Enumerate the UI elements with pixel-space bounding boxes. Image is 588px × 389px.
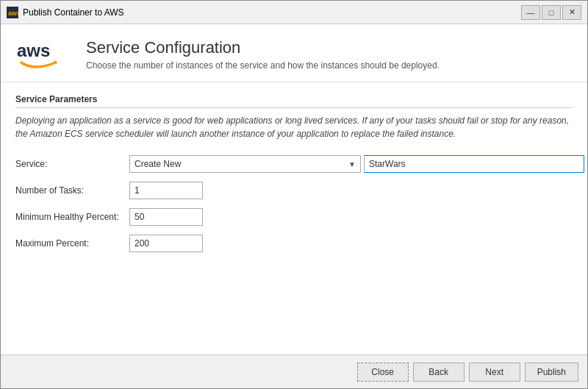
tasks-label: Number of Tasks: (15, 185, 129, 196)
service-name-input[interactable] (364, 155, 584, 173)
tasks-row: Number of Tasks: (15, 182, 584, 199)
dropdown-arrow-icon: ▼ (348, 160, 356, 168)
form-grid: Service: Create New ▼ Number of Tasks: M… (15, 155, 573, 252)
page-title: Service Configuration (86, 38, 573, 57)
service-dropdown-value: Create New (135, 159, 181, 169)
maximize-button[interactable]: □ (542, 5, 561, 20)
main-window: aws Publish Container to AWS — □ ✕ aws S… (0, 0, 588, 389)
footer: Close Back Next Publish (1, 354, 587, 388)
service-label: Service: (15, 159, 129, 169)
service-controls: Create New ▼ (129, 155, 584, 173)
max-percent-label: Maximum Percent: (15, 238, 129, 249)
section-description: Deploying an application as a service is… (15, 114, 573, 140)
svg-text:aws: aws (17, 40, 50, 60)
title-bar: aws Publish Container to AWS — □ ✕ (1, 1, 587, 24)
header-text-block: Service Configuration Choose the number … (86, 38, 573, 71)
publish-button[interactable]: Publish (525, 363, 578, 382)
min-healthy-input[interactable] (129, 208, 203, 226)
service-row: Service: Create New ▼ (15, 155, 584, 173)
service-dropdown[interactable]: Create New ▼ (129, 155, 361, 173)
window-controls: — □ ✕ (521, 5, 581, 20)
next-button[interactable]: Next (469, 363, 520, 382)
minimize-button[interactable]: — (521, 5, 540, 20)
window-icon: aws (7, 7, 18, 18)
close-window-button[interactable]: ✕ (562, 5, 581, 20)
close-button[interactable]: Close (357, 363, 409, 382)
page-subtitle: Choose the number of instances of the se… (86, 60, 573, 71)
content-area: Service Parameters Deploying an applicat… (1, 82, 587, 354)
tasks-input[interactable] (129, 182, 203, 199)
min-healthy-row: Minimum Healthy Percent: (15, 208, 584, 226)
max-percent-row: Maximum Percent: (15, 235, 584, 252)
max-percent-input[interactable] (129, 235, 203, 252)
section-title: Service Parameters (15, 94, 573, 108)
header-section: aws Service Configuration Choose the num… (1, 24, 587, 82)
min-healthy-label: Minimum Healthy Percent: (15, 212, 129, 222)
back-button[interactable]: Back (413, 363, 465, 382)
window-title: Publish Container to AWS (23, 7, 521, 18)
aws-logo: aws (15, 36, 74, 73)
svg-text:aws: aws (8, 10, 18, 17)
